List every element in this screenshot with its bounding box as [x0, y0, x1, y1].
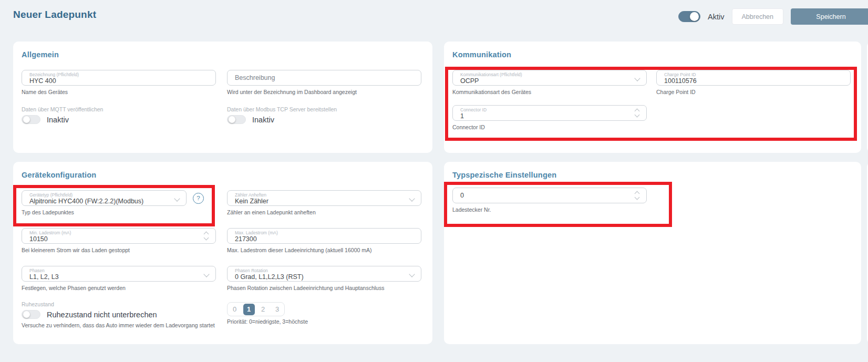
charge-point-id-label: Charge Point ID — [664, 72, 836, 77]
zaehler-select[interactable]: Zähler Anheften Kein Zähler — [227, 190, 421, 206]
min-ladestrom-helper: Bei kleinerem Strom wir das Laden gestop… — [22, 247, 227, 253]
bezeichnung-value: HYC 400 — [29, 77, 202, 85]
modbus-toggle-state: Inaktiv — [252, 116, 274, 124]
beschreibung-helper: Wird unter der Bezeichnung im Dashboard … — [227, 89, 421, 95]
bezeichnung-input[interactable]: Bezeichnung (Pflichtfeld) HYC 400 — [22, 70, 216, 86]
zaehler-helper: Zähler an einen Ladepunkt anheften — [227, 209, 421, 215]
modbus-toggle-label: Daten über Modbus TCP Server bereitstell… — [227, 106, 421, 112]
card-title-allgemein: Allgemein — [22, 50, 422, 59]
page-title: Neuer Ladepunkt — [13, 9, 96, 20]
charge-point-id-value: 100110576 — [664, 77, 836, 85]
phasen-rotation-value: 0 Grad, L1,L2,L3 (RST) — [235, 273, 407, 281]
help-icon[interactable]: ? — [193, 193, 204, 204]
stepper-control[interactable] — [634, 188, 640, 203]
modbus-toggle[interactable] — [227, 115, 246, 124]
connector-id-label: Connector ID — [460, 107, 633, 112]
phasen-value: L1, L2, L3 — [29, 273, 202, 281]
phasen-label: Phasen — [29, 268, 202, 273]
max-ladestrom-label: Max. Ladestrom (mA) — [235, 230, 407, 235]
mqtt-toggle[interactable] — [22, 115, 40, 124]
active-toggle-label: Aktiv — [708, 13, 724, 21]
chevron-down-icon — [409, 195, 415, 201]
chevron-down-icon — [203, 271, 209, 277]
prioritaet-helper: Priorität: 0=niedrigste, 3=höchste — [227, 318, 421, 325]
bezeichnung-helper: Name des Gerätes — [22, 89, 227, 95]
min-ladestrom-label: Min. Ladestrom (mA) — [29, 230, 202, 235]
geraetetyp-label: Gerätetyp (Pflichtfeld) — [29, 192, 172, 198]
bezeichnung-label: Bezeichnung (Pflichtfeld) — [29, 72, 202, 77]
ruhezustand-toggle-state: Ruhezustand nicht unterbrechen — [47, 311, 157, 319]
stepper-control[interactable] — [634, 106, 640, 120]
cancel-button[interactable]: Abbrechen — [732, 8, 783, 25]
toggle-knob — [229, 116, 235, 123]
toggle-knob — [23, 116, 30, 123]
beschreibung-placeholder: Beschreibung — [235, 74, 275, 81]
phasen-rotation-label: Phasen Rotation — [235, 268, 407, 273]
zaehler-value: Kein Zähler — [235, 198, 407, 205]
max-ladestrom-value: 217300 — [235, 235, 407, 243]
mqtt-toggle-state: Inaktiv — [47, 116, 69, 124]
kommunikationsart-label: Kommunikationsart (Pflichtfeld) — [460, 72, 633, 77]
chevron-down-icon — [409, 271, 415, 277]
card-allgemein: Allgemein Bezeichnung (Pflichtfeld) HYC … — [13, 42, 432, 153]
toggle-knob — [690, 12, 699, 21]
chevron-down-icon[interactable] — [204, 235, 209, 241]
card-title-geraetekonfiguration: Gerätekonfiguration — [22, 171, 422, 179]
ladestecker-helper: Ladestecker Nr. — [452, 206, 658, 213]
chevron-down-icon[interactable] — [635, 195, 640, 200]
phasen-rotation-helper: Phasen Rotation zwischen Ladeeinrichtung… — [227, 285, 421, 291]
toggle-knob — [23, 311, 30, 318]
ruhezustand-label: Ruhezustand — [22, 301, 227, 307]
phasen-rotation-select[interactable]: Phasen Rotation 0 Grad, L1,L2,L3 (RST) — [227, 266, 421, 282]
active-toggle[interactable] — [678, 11, 700, 22]
chevron-down-icon — [174, 195, 180, 201]
prioritaet-segmented-control: 0 1 2 3 — [227, 302, 285, 316]
prioritaet-option-3[interactable]: 3 — [272, 304, 283, 315]
card-kommunikation: Kommunikation Kommunikationsart (Pflicht… — [444, 42, 861, 153]
card-typspezifische-einstellungen: Typspezische Einstellungen 0 Ladestecker… — [444, 162, 861, 344]
geraetetyp-value: Alpitronic HYC400 (FW:2.2.2)(Modbus) — [29, 198, 172, 205]
connector-id-helper: Connector ID — [452, 124, 658, 130]
mqtt-toggle-label: Daten über MQTT veröffentlichen — [22, 106, 227, 112]
ladestecker-value: 0 — [460, 192, 464, 199]
connector-id-value: 1 — [460, 112, 633, 120]
card-title-kommunikation: Kommunikation — [452, 50, 851, 59]
header-actions: Aktiv Abbrechen Speichern — [678, 8, 868, 25]
prioritaet-option-1-selected[interactable]: 1 — [243, 304, 255, 315]
beschreibung-input[interactable]: Beschreibung — [227, 70, 421, 86]
phasen-select[interactable]: Phasen L1, L2, L3 — [22, 266, 216, 282]
prioritaet-option-0[interactable]: 0 — [229, 304, 241, 315]
max-ladestrom-helper: Max. Ladestrom dieser Ladeeinrichtung (a… — [227, 247, 421, 253]
zaehler-label: Zähler Anheften — [235, 192, 407, 198]
ruhezustand-helper: Versuche zu verhindern, dass das Auto im… — [22, 322, 227, 328]
chevron-down-icon — [634, 75, 640, 81]
kommunikationsart-value: OCPP — [460, 77, 633, 85]
kommunikationsart-select[interactable]: Kommunikationsart (Pflichtfeld) OCPP — [452, 70, 647, 86]
save-button[interactable]: Speichern — [791, 8, 868, 25]
chevron-down-icon[interactable] — [635, 112, 640, 118]
card-title-typspezifisch: Typspezische Einstellungen — [452, 171, 851, 179]
ruhezustand-toggle[interactable] — [22, 310, 40, 319]
kommunikationsart-helper: Kommunikationsart des Gerätes — [452, 89, 657, 95]
max-ladestrom-input[interactable]: Max. Ladestrom (mA) 217300 — [227, 228, 421, 244]
min-ladestrom-stepper[interactable]: Min. Ladestrom (mA) 10150 — [22, 228, 216, 244]
phasen-helper: Festlegen, welche Phasen genutzt werden — [22, 285, 227, 291]
min-ladestrom-value: 10150 — [29, 235, 202, 243]
card-geraetekonfiguration: Gerätekonfiguration Gerätetyp (Pflichtfe… — [13, 162, 432, 344]
stepper-control[interactable] — [203, 229, 210, 243]
charge-point-id-helper: Charge Point ID — [656, 89, 851, 95]
connector-id-stepper[interactable]: Connector ID 1 — [452, 105, 647, 121]
prioritaet-option-2[interactable]: 2 — [257, 304, 269, 315]
geraetetyp-helper: Typ des Ladepunktes — [22, 209, 227, 215]
ladestecker-stepper[interactable]: 0 — [452, 188, 647, 203]
charge-point-id-input[interactable]: Charge Point ID 100110576 — [656, 70, 851, 86]
geraetetyp-select[interactable]: Gerätetyp (Pflichtfeld) Alpitronic HYC40… — [22, 190, 187, 206]
